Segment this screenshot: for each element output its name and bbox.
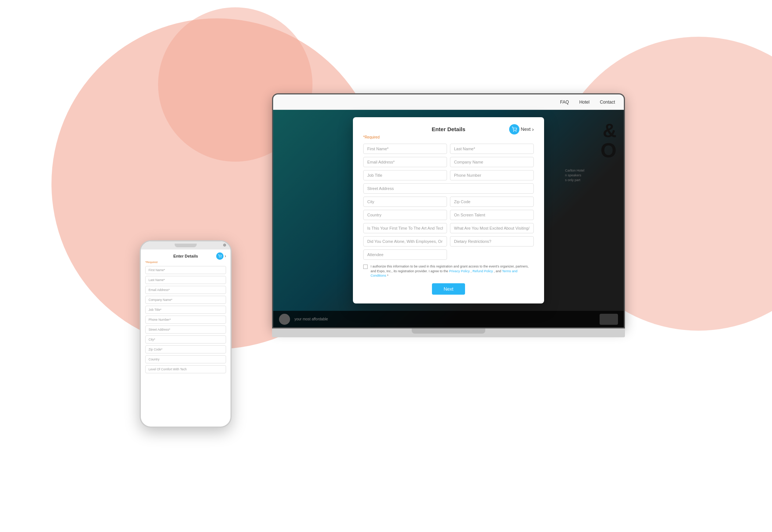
next-label[interactable]: Next xyxy=(521,126,531,132)
auth-section: I authorize this information to be used … xyxy=(363,264,534,278)
phone-device: Enter Details › *Required xyxy=(140,240,232,431)
street-input[interactable] xyxy=(363,183,534,194)
email-input[interactable] xyxy=(363,157,447,167)
attendee-input[interactable] xyxy=(363,249,447,260)
phone-title: Enter Details xyxy=(173,254,198,258)
zip-input[interactable] xyxy=(450,197,534,207)
phone-first-name[interactable] xyxy=(145,266,226,274)
refund-link[interactable]: Refund Policy xyxy=(472,269,493,273)
svg-point-0 xyxy=(513,131,514,131)
first-name-input[interactable] xyxy=(363,144,447,154)
phone-street[interactable] xyxy=(145,326,226,334)
modal-next-group: Next › xyxy=(509,124,534,134)
modal-title: Enter Details xyxy=(432,126,465,132)
nav-contact[interactable]: Contact xyxy=(600,100,615,105)
phone-header: Enter Details › xyxy=(145,254,226,258)
laptop-content-area: & O Carlton Hotel n speakers s only part… xyxy=(273,110,624,327)
registration-modal: Enter Details Next › xyxy=(353,117,544,303)
next-arrow-icon[interactable]: › xyxy=(532,126,534,132)
laptop-stand xyxy=(412,328,485,334)
phone-required-label: *Required xyxy=(145,260,226,264)
first-time-input[interactable] xyxy=(363,223,447,233)
modal-submit-button[interactable]: Next xyxy=(432,283,465,295)
cart-icon[interactable] xyxy=(509,124,519,134)
laptop-nav: FAQ Hotel Contact xyxy=(273,94,624,110)
auth-text: I authorize this information to be used … xyxy=(371,264,534,278)
phone-phone[interactable] xyxy=(145,316,226,324)
laptop-device: FAQ Hotel Contact & O Carlton Hotel n sp… xyxy=(272,93,632,395)
phone-cart-icon[interactable] xyxy=(216,252,224,260)
auth-checkbox[interactable] xyxy=(363,265,368,269)
svg-point-1 xyxy=(516,131,516,131)
phone-job[interactable] xyxy=(145,306,226,314)
dietary-input[interactable] xyxy=(450,236,534,247)
phone-notch xyxy=(175,244,197,247)
phone-screen: Enter Details › *Required xyxy=(141,241,230,427)
country-input[interactable] xyxy=(363,210,447,220)
svg-point-2 xyxy=(219,257,219,258)
phone-content: Enter Details › *Required xyxy=(141,249,230,427)
phone-comfort[interactable] xyxy=(145,365,226,373)
nav-faq[interactable]: FAQ xyxy=(560,100,569,105)
modal-overlay: Enter Details Next › xyxy=(273,110,624,327)
group-input[interactable] xyxy=(363,236,447,247)
phone-zip[interactable] xyxy=(145,345,226,353)
city-input[interactable] xyxy=(363,197,447,207)
talent-input[interactable] xyxy=(450,210,534,220)
phone-camera xyxy=(223,244,226,247)
phone-next-arrow[interactable]: › xyxy=(225,254,226,259)
privacy-link[interactable]: Privacy Policy xyxy=(449,269,470,273)
laptop-background: FAQ Hotel Contact & O Carlton Hotel n sp… xyxy=(273,94,624,327)
phone-form xyxy=(145,266,226,373)
required-label: *Required xyxy=(363,135,534,139)
phone-cart-group: › xyxy=(216,252,226,260)
laptop-base xyxy=(272,328,625,337)
excited-input[interactable] xyxy=(450,223,534,233)
scene-container: FAQ Hotel Contact & O Carlton Hotel n sp… xyxy=(129,64,643,468)
modal-form xyxy=(363,144,534,260)
phone-city[interactable] xyxy=(145,335,226,344)
job-title-input[interactable] xyxy=(363,170,447,180)
phone-country[interactable] xyxy=(145,355,226,363)
phone-email[interactable] xyxy=(145,286,226,294)
nav-hotel[interactable]: Hotel xyxy=(579,100,590,105)
phone-input[interactable] xyxy=(450,170,534,180)
modal-header: Enter Details Next › xyxy=(363,126,534,132)
last-name-input[interactable] xyxy=(450,144,534,154)
phone-outer: Enter Details › *Required xyxy=(140,240,232,428)
phone-company[interactable] xyxy=(145,296,226,304)
svg-point-3 xyxy=(221,257,221,258)
phone-notch-bar xyxy=(141,241,230,249)
company-input[interactable] xyxy=(450,157,534,167)
laptop-screen: FAQ Hotel Contact & O Carlton Hotel n sp… xyxy=(272,93,625,328)
phone-last-name[interactable] xyxy=(145,276,226,284)
